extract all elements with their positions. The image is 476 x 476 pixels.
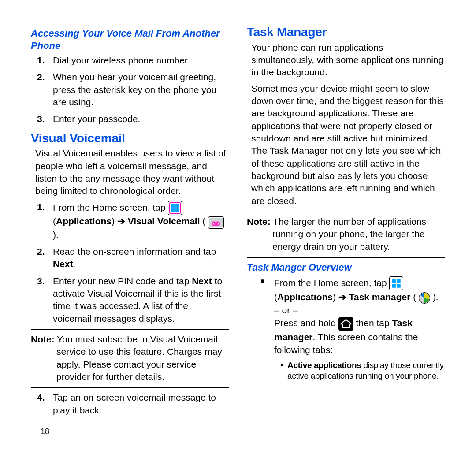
tm-paragraph-2: Sometimes your device might seem to slow… xyxy=(251,82,445,207)
heading-visual-voicemail: Visual Voicemail xyxy=(31,131,229,146)
list-item: 3.Enter your passcode. xyxy=(48,113,229,125)
text: then tap xyxy=(353,318,392,328)
right-column: Task Manager Your phone can run applicat… xyxy=(247,25,445,458)
list-item: From the Home screen, tap (Applications)… xyxy=(264,276,445,382)
text: Applications xyxy=(277,292,333,302)
note-vv-subscription: Note: You must subscribe to Visual Voice… xyxy=(31,333,229,383)
text: ( xyxy=(53,216,56,226)
text: From the Home screen, tap xyxy=(53,202,168,212)
svg-rect-5 xyxy=(176,208,180,212)
vv-steps: 1. From the Home screen, tap xyxy=(31,201,229,325)
svg-rect-3 xyxy=(176,204,180,208)
svg-rect-11 xyxy=(214,223,218,225)
apps-grid-icon xyxy=(168,201,182,215)
divider xyxy=(247,257,445,258)
text: Applications xyxy=(56,216,112,226)
list-item: 4.Tap an on-screen voicemail message to … xyxy=(48,391,229,416)
svg-rect-14 xyxy=(397,279,401,283)
text: From the Home screen, tap xyxy=(274,278,389,288)
text: ( xyxy=(274,292,277,302)
step-text: Enter your new PIN code and tap Next to … xyxy=(53,276,222,324)
list-item: 1.Dial your wireless phone number. xyxy=(48,54,229,67)
tm-overview-list: From the Home screen, tap (Applications)… xyxy=(247,276,445,382)
note-text: You must subscribe to Visual Voicemail s… xyxy=(55,334,222,382)
left-column: Accessing Your Voice Mail From Another P… xyxy=(31,25,229,458)
list-item: Active applications display those curren… xyxy=(281,360,445,382)
text: Next xyxy=(53,259,73,269)
step-text: Tap an on-screen voicemail message to pl… xyxy=(53,392,216,415)
text: Press and hold xyxy=(274,318,338,328)
text: ). xyxy=(430,292,439,302)
step-text: From the Home screen, tap (Applications) xyxy=(53,202,224,240)
text: Enter your new PIN code and tap xyxy=(53,276,192,286)
arrow-icon: ➔ xyxy=(336,292,349,302)
note-label: Note: xyxy=(247,216,271,227)
apps-grid-icon xyxy=(389,276,403,290)
heading-task-manager: Task Manager xyxy=(247,25,445,40)
arrow-icon: ➔ xyxy=(115,216,128,226)
text: Visual Voicemail xyxy=(128,216,200,226)
divider xyxy=(31,329,229,330)
divider xyxy=(31,387,229,388)
text: – or – xyxy=(274,305,298,315)
note-battery: Note: The larger the number of applicati… xyxy=(247,216,445,253)
list-item: 2.When you hear your voicemail greeting,… xyxy=(48,71,229,108)
step-text: When you hear your voicemail greeting, p… xyxy=(53,72,216,107)
visual-voicemail-icon xyxy=(208,216,224,229)
text: ). xyxy=(53,230,59,240)
text: . xyxy=(73,259,76,269)
text: Task manager xyxy=(349,292,411,302)
step-text: Dial your wireless phone number. xyxy=(53,55,190,65)
list-item: 2. Read the on-screen information and ta… xyxy=(48,245,229,271)
divider xyxy=(247,212,445,212)
text: Next xyxy=(192,276,212,286)
svg-rect-16 xyxy=(397,284,401,288)
svg-rect-13 xyxy=(392,279,396,283)
step-text: Enter your passcode. xyxy=(53,114,140,124)
task-manager-pie-icon xyxy=(419,292,430,304)
step-text: From the Home screen, tap (Applications)… xyxy=(274,278,439,355)
text: Active applications xyxy=(287,361,361,370)
step-text: Read the on-screen information and tap N… xyxy=(53,246,216,269)
tm-tabs-list: Active applications display those curren… xyxy=(274,360,445,382)
note-text: The larger the number of applications ru… xyxy=(271,216,426,252)
manual-page: Accessing Your Voice Mail From Another P… xyxy=(0,0,476,476)
svg-rect-15 xyxy=(392,284,396,288)
vv-intro: Visual Voicemail enables users to view a… xyxy=(35,147,229,197)
page-number: 18 xyxy=(41,427,229,436)
svg-rect-4 xyxy=(171,208,175,212)
list-item: 3. Enter your new PIN code and tap Next … xyxy=(48,275,229,325)
voicemail-other-steps: 1.Dial your wireless phone number. 2.Whe… xyxy=(31,54,229,126)
svg-rect-2 xyxy=(171,204,175,208)
tm-paragraph-1: Your phone can run applications simultan… xyxy=(251,41,445,79)
note-label: Note: xyxy=(31,334,55,344)
home-key-icon xyxy=(338,317,353,331)
vv-steps-cont: 4.Tap an on-screen voicemail message to … xyxy=(31,391,229,416)
text: Read the on-screen information and tap xyxy=(53,246,216,257)
list-item: 1. From the Home screen, tap xyxy=(48,201,229,241)
subheading-voicemail-other-phone: Accessing Your Voice Mail From Another P… xyxy=(31,27,229,52)
subheading-task-manager-overview: Task Manger Overview xyxy=(247,261,445,274)
